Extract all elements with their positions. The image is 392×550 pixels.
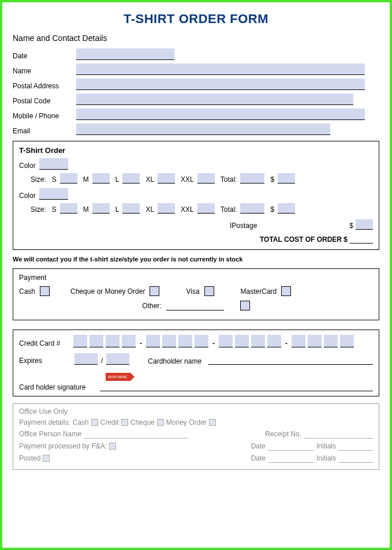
other-field[interactable]	[166, 301, 224, 310]
cheque-checkbox[interactable]	[150, 286, 159, 296]
size-label-2: Size:	[31, 205, 46, 214]
office-cash-checkbox[interactable]	[91, 419, 98, 426]
xxl-field-1[interactable]	[197, 173, 215, 184]
l-label-2: L	[115, 205, 120, 214]
office-initials-field-1[interactable]	[338, 442, 373, 451]
payment-other-row: Other:	[19, 301, 373, 310]
office-date-field-1[interactable]	[268, 442, 314, 451]
color-label-1: Color	[19, 162, 36, 170]
office-cash-label: Cash	[73, 418, 89, 426]
payment-box: Payment Cash Cheque or Money Order Visa …	[13, 268, 379, 320]
cc-digit[interactable]	[122, 335, 136, 347]
xxl-field-2[interactable]	[197, 203, 215, 214]
xl-field-2[interactable]	[158, 203, 175, 214]
office-posted-row: Posted Date Initials	[19, 454, 373, 463]
size-row-2: Size: S M L XL XXL Total: $	[31, 203, 373, 214]
page-title: T-SHIRT ORDER FORM	[13, 12, 379, 27]
signature-row: Card holder signature	[19, 382, 373, 391]
mobile-field[interactable]	[76, 108, 365, 120]
office-receipt-field[interactable]	[304, 429, 373, 439]
price-field-2[interactable]	[278, 203, 295, 214]
email-label: Email	[13, 127, 76, 135]
office-credit-label: Credit	[100, 418, 119, 426]
cc-digit[interactable]	[340, 335, 354, 347]
color-field-2[interactable]	[39, 188, 68, 200]
office-initials-field-2[interactable]	[338, 454, 373, 463]
xl-field-1[interactable]	[158, 173, 175, 184]
m-field-1[interactable]	[92, 173, 110, 184]
total-cost-field[interactable]	[350, 234, 373, 244]
cc-digit[interactable]	[162, 335, 176, 347]
other-label: Other:	[142, 302, 161, 310]
dollar-1: $	[270, 175, 274, 184]
exp-month-field[interactable]	[74, 353, 98, 365]
name-row: Name	[13, 63, 379, 75]
cc-digit[interactable]	[324, 335, 338, 347]
office-heading: Office Use Only	[19, 407, 373, 416]
price-field-1[interactable]	[278, 173, 295, 184]
l-label-1: L	[115, 175, 120, 184]
name-label: Name	[13, 67, 76, 75]
l-field-2[interactable]	[122, 203, 140, 214]
visa-label: Visa	[186, 287, 199, 295]
s-field-1[interactable]	[60, 173, 77, 184]
s-label-2: S	[52, 205, 57, 214]
exp-slash: /	[101, 357, 103, 365]
payment-methods-row: Cash Cheque or Money Order Visa MasterCa…	[19, 286, 373, 296]
cc-digit[interactable]	[235, 335, 249, 347]
other-checkbox[interactable]	[240, 301, 250, 310]
order-heading: T-Shirt Order	[19, 146, 373, 155]
cc-number-row: Credit Card # - - -	[19, 335, 373, 347]
m-field-2[interactable]	[92, 203, 110, 214]
l-field-1[interactable]	[122, 173, 140, 184]
visa-checkbox[interactable]	[204, 286, 214, 296]
office-date-label-1: Date	[251, 442, 266, 450]
stock-note: We will contact you if the t-shirt size/…	[13, 256, 379, 263]
office-processed-checkbox[interactable]	[109, 443, 116, 450]
cash-checkbox[interactable]	[40, 286, 50, 296]
office-cheque-checkbox[interactable]	[157, 419, 164, 426]
cc-digit[interactable]	[251, 335, 265, 347]
cardholder-field[interactable]	[208, 356, 373, 365]
cc-digit[interactable]	[89, 335, 103, 347]
office-posted-checkbox[interactable]	[43, 455, 50, 462]
exp-year-field[interactable]	[106, 353, 129, 365]
mastercard-label: MasterCard	[241, 287, 277, 295]
payment-heading: Payment	[19, 274, 373, 282]
mastercard-checkbox[interactable]	[281, 286, 291, 296]
total-field-2[interactable]	[240, 203, 264, 214]
cc-digit[interactable]	[146, 335, 160, 347]
postal-code-field[interactable]	[76, 93, 353, 105]
sign-arrow-row: SIGN HERE	[106, 373, 373, 381]
name-field[interactable]	[76, 63, 365, 75]
signature-field[interactable]	[100, 382, 373, 391]
s-field-2[interactable]	[60, 203, 77, 214]
dollar-2: $	[270, 205, 274, 214]
cc-digit[interactable]	[219, 335, 233, 347]
office-person-field[interactable]	[84, 429, 188, 439]
office-mo-checkbox[interactable]	[209, 419, 216, 426]
office-processed-row: Payment processed by F&A: Date Initials	[19, 442, 373, 451]
cc-digit[interactable]	[292, 335, 305, 347]
office-date-label-2: Date	[251, 454, 266, 462]
contact-heading: Name and Contact Details	[13, 33, 379, 43]
date-label: Date	[13, 52, 76, 60]
total-field-1[interactable]	[240, 173, 264, 184]
color-field-1[interactable]	[39, 158, 68, 170]
cc-digit[interactable]	[195, 335, 208, 347]
cc-digit[interactable]	[267, 335, 281, 347]
office-box: Office Use Only Payment details: Cash Cr…	[13, 403, 379, 470]
email-field[interactable]	[76, 124, 330, 135]
postal-address-field[interactable]	[76, 78, 365, 90]
cc-digit[interactable]	[106, 335, 120, 347]
xl-label-2: XL	[145, 205, 154, 214]
postage-field[interactable]	[356, 219, 373, 230]
cc-digit[interactable]	[308, 335, 322, 347]
office-credit-checkbox[interactable]	[121, 419, 128, 426]
cc-digit[interactable]	[73, 335, 87, 347]
cc-digit[interactable]	[178, 335, 192, 347]
order-box: T-Shirt Order Color Size: S M L XL XXL T…	[13, 141, 379, 250]
date-field[interactable]	[76, 48, 174, 60]
total-cost-label: TOTAL COST OF ORDER $	[260, 235, 348, 244]
office-date-field-2[interactable]	[268, 454, 314, 463]
